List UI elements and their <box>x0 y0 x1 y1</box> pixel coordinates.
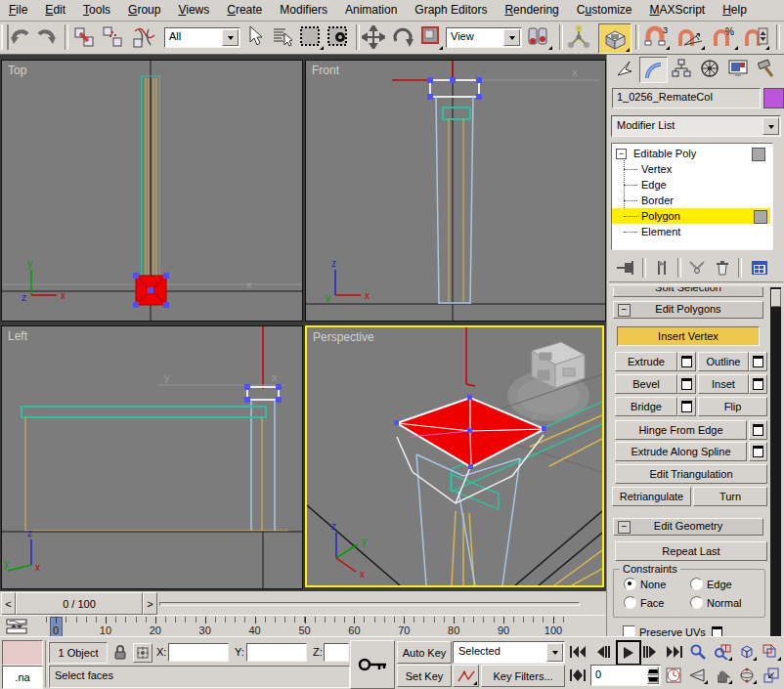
collapse-box[interactable]: − <box>616 149 627 159</box>
spinner-snap-button[interactable] <box>743 25 770 51</box>
menu-item-graph-editors[interactable]: Graph Editors <box>406 0 496 21</box>
tab-modify[interactable] <box>639 57 668 83</box>
go-to-end-icon[interactable] <box>665 643 684 661</box>
extrude-along-spline-button[interactable]: Extrude Along Spline <box>615 442 747 461</box>
time-slider-prev-button[interactable]: < <box>1 592 16 615</box>
absolute-mode-toggle[interactable] <box>133 643 152 663</box>
select-and-link-button[interactable] <box>72 25 98 51</box>
pan-hand-icon[interactable] <box>712 666 733 685</box>
rectangular-selection-region-button[interactable] <box>299 25 325 51</box>
set-key-button[interactable]: Set Key <box>397 665 452 687</box>
zoom-extents-all-icon[interactable] <box>761 642 782 662</box>
extrude-settings-button[interactable] <box>677 352 696 371</box>
viewport-top[interactable]: x y x z Top <box>1 60 303 322</box>
hinge-settings-button[interactable] <box>749 420 767 440</box>
snap-3d-button[interactable]: 3 <box>643 25 671 51</box>
constraint-none-radio[interactable]: None <box>624 578 666 590</box>
hinge-from-edge-button[interactable]: Hinge From Edge <box>615 420 747 440</box>
stack-item-element[interactable]: Element <box>612 224 768 239</box>
time-slider-track[interactable] <box>159 602 580 606</box>
repeat-last-button[interactable]: Repeat Last <box>615 541 767 561</box>
mini-curve-editor-icon[interactable] <box>4 618 29 635</box>
next-frame-icon[interactable] <box>641 643 661 661</box>
toolbar-drag-handle[interactable] <box>1 24 9 50</box>
selection-filter-dropdown[interactable]: All <box>164 27 240 48</box>
object-color-swatch[interactable] <box>763 88 784 108</box>
key-filters-button[interactable]: Key Filters... <box>481 665 565 687</box>
play-button[interactable] <box>616 640 641 666</box>
menu-item-views[interactable]: Views <box>169 0 218 21</box>
time-configuration-icon[interactable] <box>664 667 683 684</box>
viewport-perspective[interactable]: x <box>305 325 604 587</box>
field-of-view-icon[interactable] <box>687 666 709 685</box>
select-and-manipulate-button[interactable] <box>567 25 592 51</box>
menu-item-edit[interactable]: Edit <box>36 0 74 21</box>
menu-item-create[interactable]: Create <box>218 0 271 21</box>
stack-item-edge[interactable]: Edge <box>612 177 768 193</box>
viewport-left[interactable]: y x z y x Left <box>1 325 303 589</box>
key-filter-scope-arrow[interactable] <box>546 643 563 662</box>
reference-coordsys-arrow[interactable] <box>503 29 520 46</box>
menu-item-file[interactable]: File <box>0 0 36 21</box>
go-to-start-icon[interactable] <box>568 643 588 661</box>
arc-rotate-icon[interactable] <box>736 666 758 685</box>
menu-item-animation[interactable]: Animation <box>336 0 406 21</box>
selection-lock-icon[interactable] <box>111 642 129 662</box>
select-object-button[interactable] <box>246 25 268 51</box>
preserve-uvs-checkbox[interactable]: Preserve UVs <box>623 625 722 636</box>
modifier-list-dropdown[interactable]: Modifier List <box>611 115 781 137</box>
percent-snap-button[interactable]: % <box>712 25 739 51</box>
select-and-move-button[interactable] <box>362 25 387 51</box>
show-end-result-icon[interactable] <box>650 257 674 279</box>
configure-modifier-sets-icon[interactable] <box>748 257 771 279</box>
reference-coordsys-dropdown[interactable]: View <box>446 27 522 48</box>
time-slider-handle[interactable]: 0 / 100 <box>16 592 143 615</box>
selection-filter-arrow[interactable] <box>222 29 239 46</box>
bridge-settings-button[interactable] <box>677 397 696 416</box>
rollout-scrollbar[interactable] <box>770 287 781 636</box>
constraint-edge-radio[interactable]: Edge <box>690 578 732 590</box>
object-name-field[interactable]: 1_0256_RemateCol <box>612 88 761 108</box>
turn-button[interactable]: Turn <box>693 487 767 506</box>
window-crossing-toggle-button[interactable] <box>327 25 352 51</box>
stack-item-polygon[interactable]: Polygon <box>612 208 770 224</box>
modifier-list-arrow[interactable] <box>762 117 779 135</box>
rollout-scrollbar-thumb[interactable] <box>771 289 781 307</box>
tab-utilities[interactable] <box>753 57 779 80</box>
time-slider-next-button[interactable]: > <box>143 592 157 615</box>
rollout-edit-polygons[interactable]: − Edit Polygons <box>613 301 763 319</box>
use-pivot-center-button[interactable] <box>526 25 553 51</box>
snap-toggle-button[interactable] <box>598 23 632 54</box>
x-coord-field[interactable] <box>168 643 229 662</box>
undo-button[interactable] <box>10 25 33 49</box>
tab-motion[interactable] <box>696 57 722 80</box>
min-max-toggle-icon[interactable] <box>761 666 782 685</box>
key-mode-toggle-icon[interactable] <box>568 667 588 684</box>
auto-key-button[interactable]: Auto Key <box>397 641 452 664</box>
menu-item-tools[interactable]: Tools <box>74 0 119 21</box>
stack-item-border[interactable]: Border <box>612 193 768 208</box>
tab-display[interactable] <box>724 57 751 80</box>
menu-item-customize[interactable]: Customize <box>568 0 641 21</box>
tab-create[interactable] <box>611 57 637 80</box>
edit-triangulation-button[interactable]: Edit Triangulation <box>615 464 767 484</box>
mini-listener-macro[interactable] <box>2 640 43 666</box>
mini-listener-input[interactable]: .na <box>2 666 43 689</box>
menu-item-maxscript[interactable]: MAXScript <box>641 0 715 21</box>
stack-item-vertex[interactable]: Vertex <box>612 161 768 177</box>
menu-item-modifiers[interactable]: Modifiers <box>271 0 336 21</box>
redo-button[interactable] <box>35 25 59 49</box>
insert-vertex-button[interactable]: Insert Vertex <box>617 326 760 346</box>
select-and-rotate-button[interactable] <box>391 25 416 51</box>
pin-stack-icon[interactable] <box>615 257 638 279</box>
extrude-along-spline-settings-button[interactable] <box>749 442 767 461</box>
rollout-edit-geometry[interactable]: − Edit Geometry <box>613 518 763 536</box>
previous-frame-icon[interactable] <box>593 643 613 661</box>
outline-settings-button[interactable] <box>749 352 767 371</box>
inset-settings-button[interactable] <box>749 374 767 394</box>
frame-spinner[interactable] <box>647 667 659 684</box>
inset-button[interactable]: Inset <box>698 374 749 394</box>
stack-item-editable-poly[interactable]: − Editable Poly <box>612 146 768 161</box>
select-by-name-button[interactable] <box>272 25 295 51</box>
zoom-all-icon[interactable] <box>712 642 733 662</box>
